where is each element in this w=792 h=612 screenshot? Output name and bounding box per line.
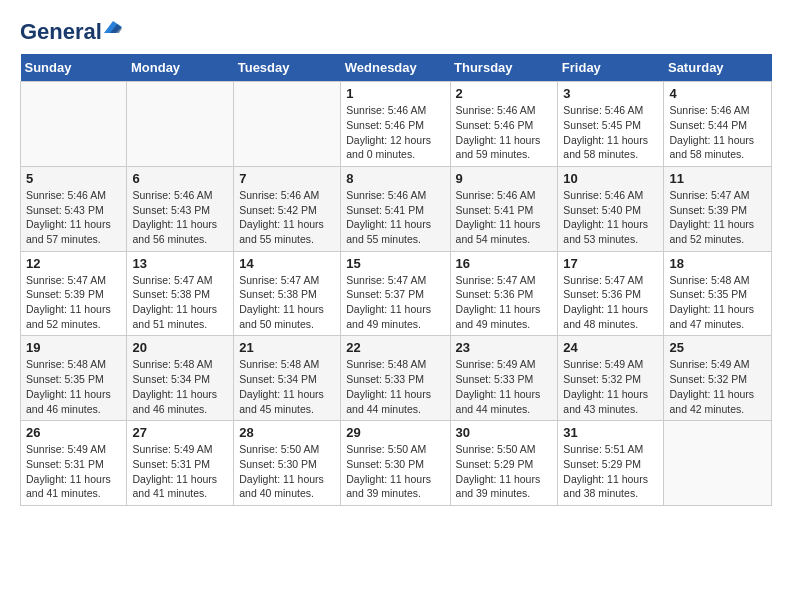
logo-general: General [20,20,102,44]
day-info: Sunrise: 5:46 AM Sunset: 5:41 PM Dayligh… [346,188,444,247]
calendar-cell: 31Sunrise: 5:51 AM Sunset: 5:29 PM Dayli… [558,421,664,506]
calendar-cell: 13Sunrise: 5:47 AM Sunset: 5:38 PM Dayli… [127,251,234,336]
day-number: 30 [456,425,553,440]
day-info: Sunrise: 5:47 AM Sunset: 5:38 PM Dayligh… [239,273,335,332]
logo-icon [104,18,122,36]
day-info: Sunrise: 5:49 AM Sunset: 5:32 PM Dayligh… [563,357,658,416]
day-number: 26 [26,425,121,440]
day-number: 28 [239,425,335,440]
weekday-header-tuesday: Tuesday [234,54,341,82]
day-info: Sunrise: 5:47 AM Sunset: 5:39 PM Dayligh… [26,273,121,332]
day-number: 16 [456,256,553,271]
day-number: 8 [346,171,444,186]
weekday-header-friday: Friday [558,54,664,82]
day-number: 7 [239,171,335,186]
calendar-cell: 29Sunrise: 5:50 AM Sunset: 5:30 PM Dayli… [341,421,450,506]
day-number: 1 [346,86,444,101]
calendar-cell: 25Sunrise: 5:49 AM Sunset: 5:32 PM Dayli… [664,336,772,421]
calendar-table: SundayMondayTuesdayWednesdayThursdayFrid… [20,54,772,506]
calendar-cell: 7Sunrise: 5:46 AM Sunset: 5:42 PM Daylig… [234,166,341,251]
day-number: 5 [26,171,121,186]
weekday-header-row: SundayMondayTuesdayWednesdayThursdayFrid… [21,54,772,82]
calendar-cell: 23Sunrise: 5:49 AM Sunset: 5:33 PM Dayli… [450,336,558,421]
calendar-cell: 16Sunrise: 5:47 AM Sunset: 5:36 PM Dayli… [450,251,558,336]
day-info: Sunrise: 5:47 AM Sunset: 5:39 PM Dayligh… [669,188,766,247]
day-number: 3 [563,86,658,101]
calendar-cell: 6Sunrise: 5:46 AM Sunset: 5:43 PM Daylig… [127,166,234,251]
day-number: 14 [239,256,335,271]
day-number: 2 [456,86,553,101]
calendar-cell: 8Sunrise: 5:46 AM Sunset: 5:41 PM Daylig… [341,166,450,251]
day-number: 21 [239,340,335,355]
calendar-cell: 22Sunrise: 5:48 AM Sunset: 5:33 PM Dayli… [341,336,450,421]
day-info: Sunrise: 5:46 AM Sunset: 5:40 PM Dayligh… [563,188,658,247]
day-info: Sunrise: 5:50 AM Sunset: 5:30 PM Dayligh… [239,442,335,501]
calendar-cell: 26Sunrise: 5:49 AM Sunset: 5:31 PM Dayli… [21,421,127,506]
day-number: 23 [456,340,553,355]
calendar-cell: 5Sunrise: 5:46 AM Sunset: 5:43 PM Daylig… [21,166,127,251]
calendar-cell: 30Sunrise: 5:50 AM Sunset: 5:29 PM Dayli… [450,421,558,506]
calendar-cell: 24Sunrise: 5:49 AM Sunset: 5:32 PM Dayli… [558,336,664,421]
calendar-cell: 20Sunrise: 5:48 AM Sunset: 5:34 PM Dayli… [127,336,234,421]
calendar-cell: 10Sunrise: 5:46 AM Sunset: 5:40 PM Dayli… [558,166,664,251]
calendar-cell: 28Sunrise: 5:50 AM Sunset: 5:30 PM Dayli… [234,421,341,506]
calendar-cell: 15Sunrise: 5:47 AM Sunset: 5:37 PM Dayli… [341,251,450,336]
logo: General [20,20,122,44]
day-number: 20 [132,340,228,355]
calendar-cell [21,82,127,167]
day-info: Sunrise: 5:48 AM Sunset: 5:34 PM Dayligh… [239,357,335,416]
calendar-cell: 21Sunrise: 5:48 AM Sunset: 5:34 PM Dayli… [234,336,341,421]
calendar-cell: 27Sunrise: 5:49 AM Sunset: 5:31 PM Dayli… [127,421,234,506]
day-info: Sunrise: 5:47 AM Sunset: 5:36 PM Dayligh… [456,273,553,332]
day-number: 17 [563,256,658,271]
calendar-week-row: 26Sunrise: 5:49 AM Sunset: 5:31 PM Dayli… [21,421,772,506]
day-number: 10 [563,171,658,186]
day-number: 25 [669,340,766,355]
day-info: Sunrise: 5:47 AM Sunset: 5:38 PM Dayligh… [132,273,228,332]
calendar-cell: 2Sunrise: 5:46 AM Sunset: 5:46 PM Daylig… [450,82,558,167]
day-info: Sunrise: 5:48 AM Sunset: 5:35 PM Dayligh… [26,357,121,416]
day-info: Sunrise: 5:49 AM Sunset: 5:31 PM Dayligh… [132,442,228,501]
day-info: Sunrise: 5:46 AM Sunset: 5:42 PM Dayligh… [239,188,335,247]
day-number: 18 [669,256,766,271]
day-info: Sunrise: 5:51 AM Sunset: 5:29 PM Dayligh… [563,442,658,501]
day-info: Sunrise: 5:48 AM Sunset: 5:35 PM Dayligh… [669,273,766,332]
calendar-cell [234,82,341,167]
day-number: 13 [132,256,228,271]
day-info: Sunrise: 5:48 AM Sunset: 5:33 PM Dayligh… [346,357,444,416]
day-number: 11 [669,171,766,186]
calendar-cell: 17Sunrise: 5:47 AM Sunset: 5:36 PM Dayli… [558,251,664,336]
day-info: Sunrise: 5:46 AM Sunset: 5:46 PM Dayligh… [346,103,444,162]
weekday-header-sunday: Sunday [21,54,127,82]
day-info: Sunrise: 5:47 AM Sunset: 5:36 PM Dayligh… [563,273,658,332]
calendar-week-row: 12Sunrise: 5:47 AM Sunset: 5:39 PM Dayli… [21,251,772,336]
calendar-cell: 11Sunrise: 5:47 AM Sunset: 5:39 PM Dayli… [664,166,772,251]
weekday-header-saturday: Saturday [664,54,772,82]
weekday-header-wednesday: Wednesday [341,54,450,82]
day-info: Sunrise: 5:47 AM Sunset: 5:37 PM Dayligh… [346,273,444,332]
day-number: 19 [26,340,121,355]
day-info: Sunrise: 5:46 AM Sunset: 5:44 PM Dayligh… [669,103,766,162]
day-number: 12 [26,256,121,271]
calendar-cell: 14Sunrise: 5:47 AM Sunset: 5:38 PM Dayli… [234,251,341,336]
day-info: Sunrise: 5:46 AM Sunset: 5:46 PM Dayligh… [456,103,553,162]
day-info: Sunrise: 5:46 AM Sunset: 5:43 PM Dayligh… [26,188,121,247]
day-info: Sunrise: 5:49 AM Sunset: 5:32 PM Dayligh… [669,357,766,416]
day-info: Sunrise: 5:49 AM Sunset: 5:33 PM Dayligh… [456,357,553,416]
calendar-cell: 19Sunrise: 5:48 AM Sunset: 5:35 PM Dayli… [21,336,127,421]
day-number: 29 [346,425,444,440]
calendar-cell: 1Sunrise: 5:46 AM Sunset: 5:46 PM Daylig… [341,82,450,167]
page-header: General [20,20,772,44]
day-info: Sunrise: 5:46 AM Sunset: 5:43 PM Dayligh… [132,188,228,247]
day-info: Sunrise: 5:46 AM Sunset: 5:45 PM Dayligh… [563,103,658,162]
day-number: 6 [132,171,228,186]
day-number: 22 [346,340,444,355]
calendar-cell [127,82,234,167]
calendar-week-row: 1Sunrise: 5:46 AM Sunset: 5:46 PM Daylig… [21,82,772,167]
calendar-cell: 12Sunrise: 5:47 AM Sunset: 5:39 PM Dayli… [21,251,127,336]
calendar-cell: 18Sunrise: 5:48 AM Sunset: 5:35 PM Dayli… [664,251,772,336]
weekday-header-thursday: Thursday [450,54,558,82]
calendar-cell [664,421,772,506]
day-number: 9 [456,171,553,186]
calendar-cell: 3Sunrise: 5:46 AM Sunset: 5:45 PM Daylig… [558,82,664,167]
